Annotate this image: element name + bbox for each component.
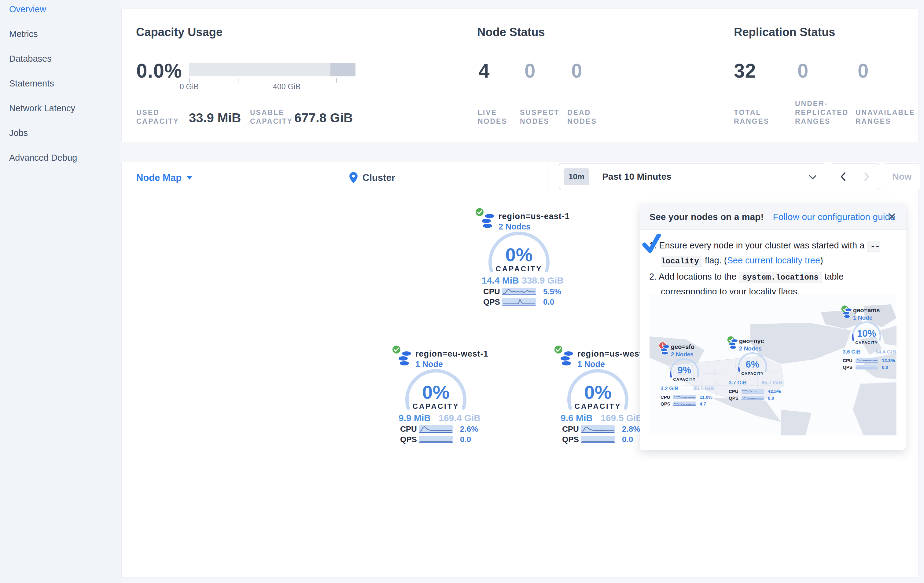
- view-mode-label: Node Map: [136, 172, 182, 183]
- gauge-percent: 0%: [567, 381, 629, 403]
- popup-title: See your nodes on a map!: [650, 212, 764, 222]
- cpu-sparkline: [502, 288, 536, 295]
- chevron-left-icon: [840, 172, 846, 181]
- capacity-gauge: 9% CAPACITY: [670, 358, 699, 387]
- time-prev-button[interactable]: [831, 163, 855, 190]
- now-button[interactable]: Now: [884, 163, 920, 190]
- region-locality-label: region=us-west-1: [578, 349, 650, 359]
- database-stack-icon: [843, 308, 852, 318]
- sidebar-item-overview[interactable]: Overview: [9, 5, 121, 14]
- view-mode-dropdown[interactable]: Node Map: [136, 162, 193, 193]
- suspect-nodes-label: SUSPECT NODES: [520, 108, 561, 126]
- capacity-total: 169.4 GiB: [439, 413, 480, 423]
- capacity-bar: [189, 63, 355, 76]
- cpu-sparkline: [856, 358, 878, 363]
- region-locality-label: region=us-east-1: [498, 212, 570, 221]
- mini-map: ! geo=sfo 2 Nodes 9% CAPACITY 3.2 GiB 35…: [650, 294, 896, 435]
- cpu-sparkline: [673, 395, 696, 399]
- dead-nodes-value: 0: [571, 59, 582, 82]
- capacity-used: 9.6 MiB: [561, 413, 593, 423]
- database-stack-icon: [481, 213, 495, 228]
- capacity-tick-0: 0 GiB: [180, 82, 199, 91]
- sidebar-item-advanced-debug[interactable]: Advanced Debug: [9, 153, 121, 162]
- chevron-down-icon: [186, 176, 193, 180]
- popup-steps: 1. Ensure every node in your cluster was…: [649, 238, 894, 300]
- qps-sparkline: [581, 436, 615, 443]
- qps-label: QPS: [729, 395, 741, 400]
- capacity-gauge: 10% CAPACITY: [852, 321, 881, 351]
- time-next-button[interactable]: [855, 163, 879, 190]
- replication-status-title: Replication Status: [734, 26, 835, 39]
- qps-value: 0.0: [460, 435, 471, 444]
- unavailable-ranges-label: UNAVAILABLE RANGES: [856, 108, 917, 126]
- toolbar-divider: [547, 163, 548, 192]
- capacity-usage-title: Capacity Usage: [136, 26, 223, 39]
- total-ranges-label: TOTAL RANGES: [734, 108, 771, 126]
- qps-value: 0.0: [543, 297, 554, 307]
- cpu-sparkline: [581, 425, 615, 433]
- region-nodes-link[interactable]: 2 Nodes: [498, 222, 531, 232]
- capacity-total: 65.7 GiB: [761, 380, 782, 386]
- gauge-percent: 0%: [405, 381, 467, 403]
- database-stack-icon: [729, 339, 738, 349]
- qps-sparkline: [741, 396, 764, 400]
- region-nodes-link[interactable]: 1 Node: [853, 315, 872, 321]
- capacity-total: 169.5 GiB: [601, 413, 642, 423]
- node-status-title: Node Status: [477, 26, 545, 39]
- time-nav-group: [831, 163, 879, 190]
- sidebar-item-metrics[interactable]: Metrics: [9, 30, 121, 38]
- cpu-label: CPU: [483, 287, 502, 296]
- qps-value: 0.0: [622, 435, 633, 444]
- region-nodes-link[interactable]: 2 Nodes: [739, 345, 762, 352]
- close-icon[interactable]: ✕: [887, 211, 896, 223]
- capacity-used: 3.2 GiB: [660, 385, 678, 392]
- region-locality-label: region=eu-west-1: [416, 349, 488, 359]
- capacity-total: 338.9 GiB: [522, 275, 564, 286]
- cpu-label: CPU: [843, 358, 856, 363]
- usable-capacity-value: 677.8 GiB: [294, 110, 353, 125]
- qps-label: QPS: [843, 364, 856, 370]
- qps-label: QPS: [483, 297, 502, 307]
- time-range-value: Past 10 Minutes: [602, 171, 672, 182]
- suspect-nodes-value: 0: [525, 59, 536, 82]
- database-stack-icon: [660, 345, 670, 355]
- gauge-capacity-label: CAPACITY: [738, 371, 767, 376]
- gauge-capacity-label: CAPACITY: [567, 402, 629, 411]
- locality-tree-link[interactable]: See current locality tree: [727, 255, 820, 265]
- qps-sparkline: [419, 436, 453, 443]
- capacity-used: 9.9 MiB: [399, 413, 431, 423]
- unavailable-ranges-value: 0: [858, 59, 869, 82]
- configuration-guide-link[interactable]: Follow our configuration guide: [773, 212, 895, 222]
- under-replicated-label: UNDER-REPLICATED RANGES: [795, 99, 853, 126]
- time-range-select[interactable]: 10m Past 10 Minutes: [559, 163, 825, 190]
- gauge-percent: 10%: [852, 328, 881, 339]
- live-nodes-label: LIVE NODES: [478, 108, 515, 126]
- qps-value: 0.0: [882, 364, 888, 370]
- qps-sparkline: [856, 365, 878, 369]
- region-locality-label: geo=sfo: [671, 343, 695, 351]
- region-nodes-link[interactable]: 1 Node: [416, 360, 443, 369]
- live-nodes-value: 4: [478, 59, 490, 82]
- database-stack-icon: [560, 351, 573, 366]
- capacity-used: 3.7 GiB: [729, 380, 747, 386]
- region-locality-label: geo=nyc: [739, 338, 764, 345]
- sidebar-item-jobs[interactable]: Jobs: [9, 128, 121, 137]
- capacity-used: 3.6 GiB: [843, 349, 861, 355]
- region-nodes-link[interactable]: 1 Node: [578, 360, 605, 369]
- used-capacity-label: USED CAPACITY: [136, 108, 190, 126]
- db-console-app: Overview Metrics Databases Statements Ne…: [0, 0, 924, 583]
- qps-label: QPS: [562, 435, 581, 444]
- cluster-summary-panel: Capacity Usage 0.0% 0 GiB 400 GiB USED C…: [121, 8, 919, 142]
- sidebar-item-statements[interactable]: Statements: [9, 79, 121, 88]
- qps-sparkline: [673, 402, 696, 406]
- capacity-gauge: 6% CAPACITY: [738, 352, 767, 382]
- breadcrumb[interactable]: Cluster: [349, 162, 395, 193]
- cpu-value: 11.0%: [700, 394, 713, 400]
- gauge-capacity-label: CAPACITY: [405, 402, 467, 411]
- sidebar-item-network-latency[interactable]: Network Latency: [9, 104, 121, 113]
- region-nodes-link[interactable]: 2 Nodes: [671, 351, 693, 358]
- capacity-total: 35.1 GiB: [693, 385, 714, 392]
- cpu-value: 2.8%: [622, 425, 640, 434]
- sidebar-item-databases[interactable]: Databases: [9, 54, 121, 63]
- capacity-tick-400: 400 GiB: [273, 82, 300, 91]
